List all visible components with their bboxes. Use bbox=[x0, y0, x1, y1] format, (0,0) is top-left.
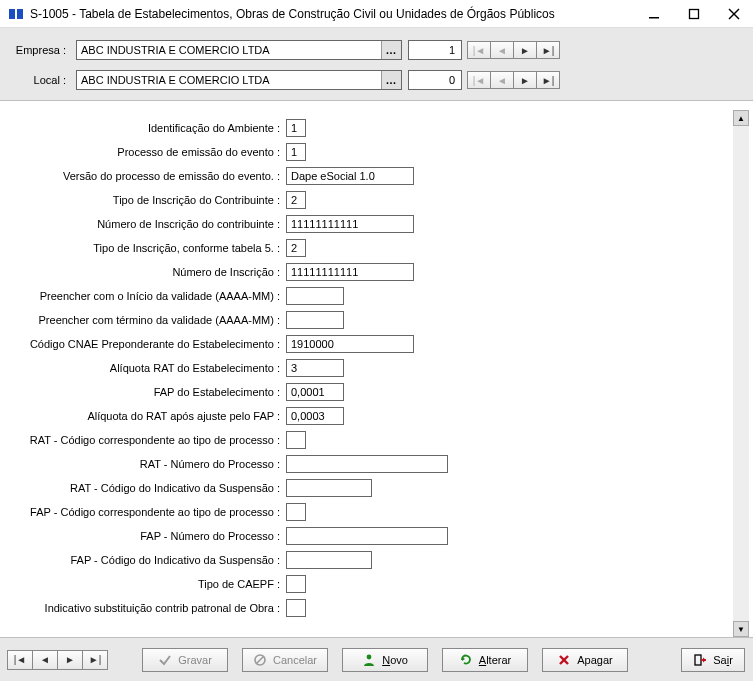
form-row: FAP - Número do Processo : bbox=[0, 524, 753, 548]
alterar-button[interactable]: Alterar bbox=[442, 648, 528, 672]
empresa-input[interactable] bbox=[77, 41, 381, 59]
field-label: Código CNAE Preponderante do Estabelecim… bbox=[0, 338, 286, 350]
field-label: RAT - Código do Indicativo da Suspensão … bbox=[0, 482, 286, 494]
empresa-combobox[interactable]: … bbox=[76, 40, 402, 60]
field-input[interactable] bbox=[286, 503, 306, 521]
record-first-button[interactable]: |◄ bbox=[7, 650, 33, 670]
close-button[interactable] bbox=[723, 3, 745, 25]
field-value-wrap bbox=[286, 551, 372, 569]
empresa-label: Empresa : bbox=[10, 44, 70, 56]
form-row: Código CNAE Preponderante do Estabelecim… bbox=[0, 332, 753, 356]
field-input[interactable] bbox=[286, 143, 306, 161]
field-input[interactable] bbox=[286, 575, 306, 593]
cancelar-button[interactable]: Cancelar bbox=[242, 648, 328, 672]
form-row: RAT - Código do Indicativo da Suspensão … bbox=[0, 476, 753, 500]
field-input[interactable] bbox=[286, 167, 414, 185]
app-icon bbox=[8, 6, 24, 22]
field-input[interactable] bbox=[286, 215, 414, 233]
field-value-wrap bbox=[286, 287, 344, 305]
field-label: Processo de emissão do evento : bbox=[0, 146, 286, 158]
form-row: Número de Inscrição do contribuinte : bbox=[0, 212, 753, 236]
field-label: RAT - Número do Processo : bbox=[0, 458, 286, 470]
vertical-scrollbar[interactable]: ▲ ▼ bbox=[733, 110, 749, 637]
field-input[interactable] bbox=[286, 119, 306, 137]
scroll-down-button[interactable]: ▼ bbox=[733, 621, 749, 637]
field-value-wrap bbox=[286, 455, 448, 473]
field-value-wrap bbox=[286, 599, 306, 617]
form-row: RAT - Código correspondente ao tipo de p… bbox=[0, 428, 753, 452]
apagar-button[interactable]: Apagar bbox=[542, 648, 628, 672]
maximize-button[interactable] bbox=[683, 3, 705, 25]
form-row: FAP - Código correspondente ao tipo de p… bbox=[0, 500, 753, 524]
window-title: S-1005 - Tabela de Estabelecimentos, Obr… bbox=[30, 7, 643, 21]
field-input[interactable] bbox=[286, 287, 344, 305]
minimize-button[interactable] bbox=[643, 3, 665, 25]
empresa-nav: |◄ ◄ ► ►| bbox=[468, 41, 560, 59]
local-first-button[interactable]: |◄ bbox=[467, 71, 491, 89]
field-input[interactable] bbox=[286, 455, 448, 473]
svg-point-8 bbox=[367, 654, 372, 659]
local-nav: |◄ ◄ ► ►| bbox=[468, 71, 560, 89]
empresa-next-button[interactable]: ► bbox=[513, 41, 537, 59]
local-prev-button[interactable]: ◄ bbox=[490, 71, 514, 89]
apagar-label: Apagar bbox=[577, 654, 612, 666]
field-input[interactable] bbox=[286, 551, 372, 569]
header-panel: Empresa : … |◄ ◄ ► ►| Local : … |◄ ◄ ► ►… bbox=[0, 28, 753, 101]
field-input[interactable] bbox=[286, 527, 448, 545]
sair-button[interactable]: Sair bbox=[681, 648, 745, 672]
local-lookup-button[interactable]: … bbox=[381, 71, 401, 89]
field-value-wrap bbox=[286, 239, 306, 257]
local-last-button[interactable]: ►| bbox=[536, 71, 560, 89]
field-input[interactable] bbox=[286, 383, 344, 401]
record-nav: |◄ ◄ ► ►| bbox=[8, 650, 108, 670]
local-combobox[interactable]: … bbox=[76, 70, 402, 90]
cancelar-label: Cancelar bbox=[273, 654, 317, 666]
novo-label: Novo bbox=[382, 654, 408, 666]
empresa-last-button[interactable]: ►| bbox=[536, 41, 560, 59]
field-input[interactable] bbox=[286, 359, 344, 377]
novo-button[interactable]: Novo bbox=[342, 648, 428, 672]
field-value-wrap bbox=[286, 503, 306, 521]
field-label: RAT - Código correspondente ao tipo de p… bbox=[0, 434, 286, 446]
form-row: RAT - Número do Processo : bbox=[0, 452, 753, 476]
field-value-wrap bbox=[286, 311, 344, 329]
local-input[interactable] bbox=[77, 71, 381, 89]
local-number[interactable] bbox=[408, 70, 462, 90]
field-value-wrap bbox=[286, 143, 306, 161]
empresa-number[interactable] bbox=[408, 40, 462, 60]
record-next-button[interactable]: ► bbox=[57, 650, 83, 670]
local-next-button[interactable]: ► bbox=[513, 71, 537, 89]
form-area: Identificação do Ambiente :Processo de e… bbox=[0, 110, 753, 637]
form-row: Número de Inscrição : bbox=[0, 260, 753, 284]
svg-marker-14 bbox=[703, 657, 706, 662]
field-input[interactable] bbox=[286, 263, 414, 281]
field-input[interactable] bbox=[286, 599, 306, 617]
gravar-button[interactable]: Gravar bbox=[142, 648, 228, 672]
empresa-first-button[interactable]: |◄ bbox=[467, 41, 491, 59]
field-input[interactable] bbox=[286, 335, 414, 353]
field-input[interactable] bbox=[286, 191, 306, 209]
field-input[interactable] bbox=[286, 479, 372, 497]
field-value-wrap bbox=[286, 167, 414, 185]
empresa-prev-button[interactable]: ◄ bbox=[490, 41, 514, 59]
form-row: Versão do processo de emissão do evento.… bbox=[0, 164, 753, 188]
record-prev-button[interactable]: ◄ bbox=[32, 650, 58, 670]
field-value-wrap bbox=[286, 527, 448, 545]
empresa-lookup-button[interactable]: … bbox=[381, 41, 401, 59]
field-input[interactable] bbox=[286, 239, 306, 257]
cancel-icon bbox=[253, 653, 267, 667]
field-value-wrap bbox=[286, 263, 414, 281]
field-label: FAP - Código do Indicativo da Suspensão … bbox=[0, 554, 286, 566]
record-last-button[interactable]: ►| bbox=[82, 650, 108, 670]
exit-icon bbox=[693, 653, 707, 667]
field-input[interactable] bbox=[286, 407, 344, 425]
scroll-up-button[interactable]: ▲ bbox=[733, 110, 749, 126]
field-value-wrap bbox=[286, 215, 414, 233]
field-input[interactable] bbox=[286, 431, 306, 449]
svg-rect-12 bbox=[695, 655, 701, 665]
field-input[interactable] bbox=[286, 311, 344, 329]
field-value-wrap bbox=[286, 359, 344, 377]
field-value-wrap bbox=[286, 335, 414, 353]
field-label: Tipo de CAEPF : bbox=[0, 578, 286, 590]
field-label: Número de Inscrição : bbox=[0, 266, 286, 278]
